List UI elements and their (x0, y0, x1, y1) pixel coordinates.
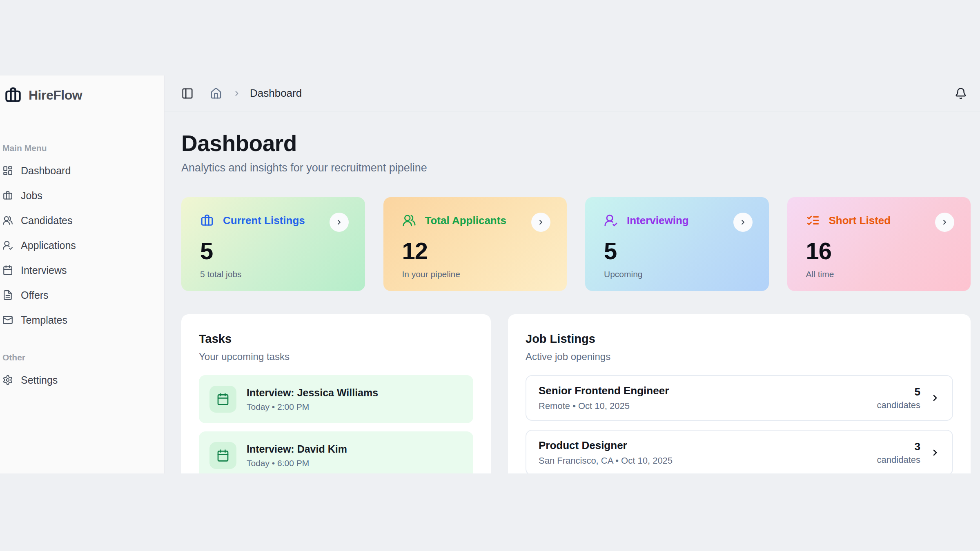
sidebar-item-label: Interviews (21, 264, 67, 276)
sidebar-item-settings[interactable]: Settings (2, 373, 156, 387)
chevron-right-icon (930, 393, 940, 403)
calendar-icon (216, 393, 229, 406)
chevron-right-icon (739, 218, 747, 226)
task-icon-box (209, 386, 236, 413)
chevron-right-icon (537, 218, 545, 226)
task-text: Interview: Jessica Williams Today • 2:00… (247, 387, 378, 412)
sidebar-section-label-main-menu: Main Menu (2, 143, 156, 153)
tasks-title: Tasks (199, 332, 473, 346)
chevron-right-icon (335, 218, 343, 226)
job-title: Product Designer (539, 439, 673, 452)
sidebar-item-label: Candidates (21, 215, 72, 227)
breadcrumb-home-link[interactable] (210, 87, 222, 100)
page-title: Dashboard (181, 130, 971, 156)
sidebar-item-label: Applications (21, 240, 76, 251)
stat-caption: 5 total jobs (200, 269, 349, 279)
chevron-right-icon (930, 448, 940, 458)
stat-card-arrow-button[interactable] (330, 213, 349, 232)
stat-label: Interviewing (627, 214, 689, 227)
job-count-label: candidates (877, 455, 920, 465)
task-icon-box (209, 442, 236, 469)
main-content: Dashboard Analytics and insights for you… (165, 111, 980, 473)
stat-card-header: Interviewing (604, 213, 753, 227)
app-logo[interactable]: HireFlow (4, 86, 156, 104)
sidebar-item-dashboard[interactable]: Dashboard (2, 163, 156, 178)
sidebar-item-applications[interactable]: Applications (2, 238, 156, 253)
job-text: Senior Frontend Engineer Remote • Oct 10… (539, 384, 669, 411)
job-meta: Remote • Oct 10, 2025 (539, 401, 669, 411)
stat-card-current-listings[interactable]: Current Listings 5 5 total jobs (181, 197, 365, 291)
page-subtitle: Analytics and insights for your recruitm… (181, 162, 971, 174)
list-checks-icon (806, 213, 820, 227)
house-icon (210, 87, 222, 100)
sidebar-item-candidates[interactable]: Candidates (2, 213, 156, 228)
app-name: HireFlow (29, 88, 82, 103)
stat-label: Current Listings (223, 214, 305, 227)
stat-card-header: Current Listings (200, 213, 349, 227)
stat-card-arrow-button[interactable] (935, 213, 954, 232)
stat-value: 5 (200, 237, 349, 264)
job-listing-row[interactable]: Product Designer San Francisco, CA • Oct… (526, 430, 953, 473)
sidebar-item-label: Offers (21, 289, 49, 301)
job-candidate-count: 3 candidates (877, 440, 920, 465)
job-title: Senior Frontend Engineer (539, 384, 669, 397)
topbar: Dashboard (165, 76, 980, 111)
job-meta: San Francisco, CA • Oct 10, 2025 (539, 455, 673, 466)
task-title: Interview: David Kim (247, 443, 347, 455)
job-row-right: 3 candidates (877, 440, 940, 465)
panels-row: Tasks Your upcoming tasks Interview: Jes… (181, 314, 971, 473)
job-listings-subtitle: Active job openings (526, 351, 953, 362)
sidebar: HireFlow Main Menu Dashboard Jobs Candid… (0, 76, 165, 473)
stats-row: Current Listings 5 5 total jobs Total Ap… (181, 197, 971, 291)
job-count-label: candidates (877, 400, 920, 411)
job-listings-panel: Job Listings Active job openings Senior … (508, 314, 971, 473)
briefcase-icon (2, 190, 13, 201)
notifications-button[interactable] (955, 87, 967, 100)
task-meta: Today • 6:00 PM (247, 458, 347, 468)
job-listing-row[interactable]: Senior Frontend Engineer Remote • Oct 10… (526, 375, 953, 421)
tasks-panel: Tasks Your upcoming tasks Interview: Jes… (181, 314, 491, 473)
task-item[interactable]: Interview: David Kim Today • 6:00 PM (199, 431, 473, 473)
sidebar-item-jobs[interactable]: Jobs (2, 188, 156, 203)
users-icon (2, 215, 13, 226)
sidebar-item-label: Jobs (21, 190, 42, 202)
stat-value: 16 (806, 237, 955, 264)
stat-card-arrow-button[interactable] (733, 213, 753, 232)
layout-dashboard-icon (2, 165, 13, 176)
sidebar-toggle-button[interactable] (181, 87, 194, 100)
job-row-right: 5 candidates (877, 386, 940, 411)
stat-value: 5 (604, 237, 753, 264)
calendar-icon (2, 265, 13, 276)
calendar-icon (216, 449, 229, 462)
sidebar-item-templates[interactable]: Templates (2, 313, 156, 327)
task-item[interactable]: Interview: Jessica Williams Today • 2:00… (199, 375, 473, 423)
stat-caption: Upcoming (604, 269, 753, 279)
mail-icon (2, 315, 13, 325)
stat-card-total-applicants[interactable]: Total Applicants 12 In your pipeline (383, 197, 567, 291)
job-listings-title: Job Listings (526, 332, 953, 346)
stat-card-arrow-button[interactable] (531, 213, 550, 232)
sidebar-item-interviews[interactable]: Interviews (2, 263, 156, 278)
file-text-icon (2, 290, 13, 300)
users-icon (402, 213, 416, 227)
bell-icon (955, 87, 967, 100)
stat-label: Total Applicants (425, 214, 506, 227)
briefcase-icon (4, 86, 22, 104)
tasks-subtitle: Your upcoming tasks (199, 351, 473, 362)
stat-card-interviewing[interactable]: Interviewing 5 Upcoming (585, 197, 769, 291)
job-candidate-count: 5 candidates (877, 386, 920, 411)
breadcrumb-separator-icon (233, 89, 241, 98)
breadcrumb-current: Dashboard (250, 87, 302, 100)
stat-card-short-listed[interactable]: Short Listed 16 All time (787, 197, 971, 291)
task-title: Interview: Jessica Williams (247, 387, 378, 399)
user-check-icon (604, 213, 618, 227)
user-check-icon (2, 240, 13, 251)
stat-label: Short Listed (829, 214, 891, 227)
panel-left-icon (181, 87, 194, 100)
job-count-number: 5 (877, 386, 920, 398)
sidebar-item-label: Dashboard (21, 165, 71, 177)
sidebar-item-label: Templates (21, 314, 67, 326)
stat-card-header: Total Applicants (402, 213, 551, 227)
stat-caption: In your pipeline (402, 269, 551, 279)
sidebar-item-offers[interactable]: Offers (2, 288, 156, 302)
